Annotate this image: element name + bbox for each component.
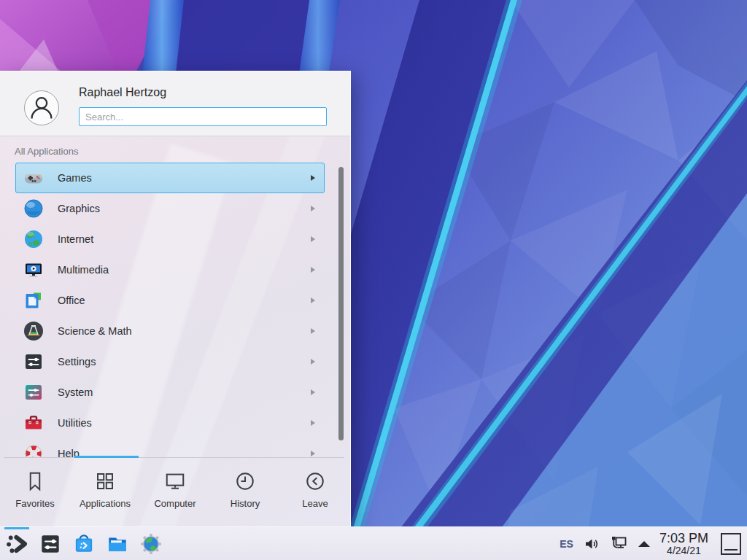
lifebuoy-icon [22, 442, 45, 457]
flask-icon [22, 319, 45, 343]
category-item-system[interactable]: System [15, 377, 325, 408]
category-label: Office [58, 295, 311, 306]
kickoff-icon [4, 532, 29, 556]
submenu-arrow-icon [311, 420, 315, 426]
category-label: Internet [58, 233, 311, 245]
taskbar: ES 7:03 PM 4/24/21 [0, 526, 747, 560]
tab-history[interactable]: History [210, 458, 280, 526]
globe-icon [22, 228, 45, 251]
tab-leave[interactable]: Leave [280, 458, 350, 526]
grid-icon [94, 470, 116, 492]
system-sliders-icon [22, 381, 45, 404]
search-input[interactable] [79, 107, 327, 126]
tab-label: Favorites [15, 498, 54, 509]
tab-label: Leave [302, 498, 328, 509]
volume-icon[interactable] [583, 535, 600, 553]
submenu-arrow-icon [311, 328, 315, 334]
leave-icon [304, 470, 326, 492]
category-label: Utilities [58, 417, 311, 429]
gamepad-icon [22, 166, 45, 190]
tab-favorites[interactable]: Favorites [0, 458, 70, 526]
category-label: Graphics [58, 203, 311, 214]
network-icon[interactable] [610, 534, 629, 553]
category-label: Settings [58, 356, 311, 368]
list-scrollbar[interactable] [338, 167, 344, 440]
launcher-tab-bar: Favorites Applications Computer [0, 458, 350, 526]
clock-date: 4/24/21 [667, 545, 701, 556]
system-tray: ES 7:03 PM 4/24/21 [560, 527, 747, 560]
tab-label: Computer [154, 498, 196, 509]
system-settings-launcher[interactable] [34, 527, 67, 560]
tab-label: History [231, 498, 260, 509]
keyboard-layout-indicator[interactable]: ES [560, 538, 573, 550]
monitor-icon [164, 470, 186, 492]
category-label: Games [58, 172, 311, 184]
discover-launcher[interactable] [67, 527, 101, 560]
clock-time: 7:03 PM [659, 532, 708, 545]
category-item-office[interactable]: Office [15, 285, 325, 316]
active-indicator [4, 527, 29, 529]
user-name: Raphael Hertzog [79, 86, 166, 99]
category-label: System [58, 386, 311, 398]
category-item-settings[interactable]: Settings [15, 346, 325, 377]
section-label: All Applications [15, 146, 78, 157]
category-item-multimedia[interactable]: Multimedia [15, 254, 325, 285]
submenu-arrow-icon [311, 298, 315, 303]
submenu-arrow-icon [311, 236, 315, 242]
documents-icon [22, 289, 45, 312]
desktop: Raphael Hertzog All Applications Games [0, 0, 747, 560]
category-label: Science & Math [58, 325, 311, 337]
taskbar-launchers [0, 527, 168, 560]
globe-gear-icon [139, 532, 163, 556]
digital-clock[interactable]: 7:03 PM 4/24/21 [659, 532, 708, 556]
show-desktop-button[interactable] [721, 533, 741, 555]
clock-icon [234, 470, 256, 492]
submenu-arrow-icon [311, 451, 315, 456]
application-launcher-menu: Raphael Hertzog All Applications Games [0, 71, 351, 526]
file-manager-launcher[interactable] [101, 527, 134, 560]
user-avatar[interactable] [24, 90, 59, 125]
submenu-arrow-icon [311, 175, 315, 181]
category-item-graphics[interactable]: Graphics [15, 193, 325, 224]
launcher-header: Raphael Hertzog [0, 71, 350, 136]
system-settings-icon [38, 532, 63, 556]
submenu-arrow-icon [311, 267, 315, 273]
category-list: Games Graphics [15, 163, 325, 457]
submenu-arrow-icon [311, 206, 315, 211]
tab-computer[interactable]: Computer [140, 458, 210, 526]
folder-icon [105, 532, 130, 556]
sliders-icon [22, 350, 45, 373]
category-item-internet[interactable]: Internet [15, 224, 325, 254]
application-launcher-button[interactable] [0, 527, 34, 560]
category-item-games[interactable]: Games [15, 163, 325, 193]
category-item-science-math[interactable]: Science & Math [15, 316, 325, 346]
web-browser-launcher[interactable] [134, 527, 168, 560]
user-icon [25, 91, 58, 125]
tab-applications[interactable]: Applications [70, 458, 140, 526]
sphere-icon [22, 197, 45, 220]
category-item-help[interactable]: Help [15, 438, 325, 457]
submenu-arrow-icon [311, 359, 315, 365]
bookmark-icon [24, 470, 46, 492]
discover-bag-icon [71, 532, 96, 556]
toolbox-icon [22, 411, 45, 435]
tab-label: Applications [80, 498, 131, 509]
category-item-utilities[interactable]: Utilities [15, 408, 325, 438]
submenu-arrow-icon [311, 389, 315, 395]
media-player-icon [22, 258, 45, 281]
expand-tray-icon[interactable] [638, 541, 650, 547]
category-label: Multimedia [58, 264, 311, 276]
